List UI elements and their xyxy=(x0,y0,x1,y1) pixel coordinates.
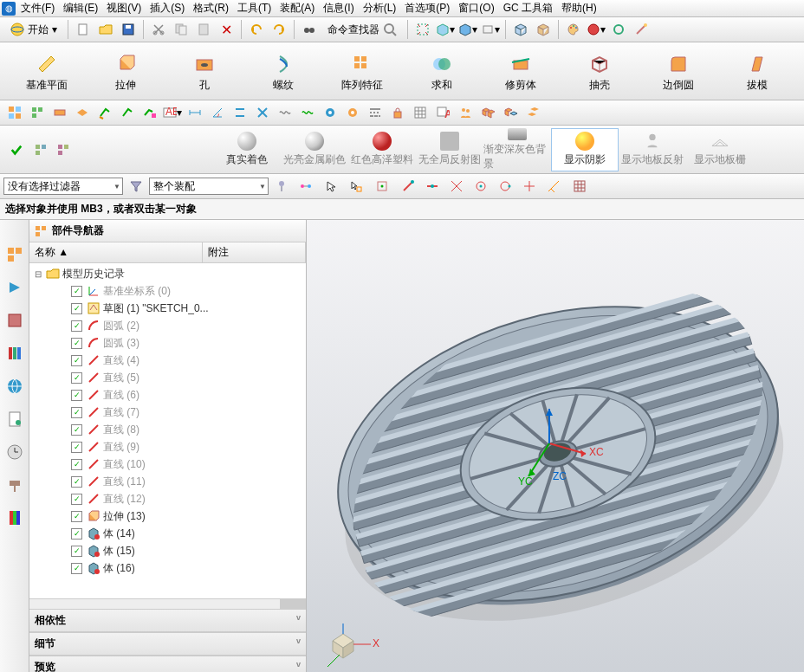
render-shadow[interactable]: 显示阴影 xyxy=(551,128,619,171)
green-check2-icon[interactable] xyxy=(117,102,138,123)
shell-button[interactable]: 抽壳 xyxy=(560,46,639,96)
view-front-icon[interactable] xyxy=(510,19,531,40)
cursor-box-icon[interactable] xyxy=(346,176,366,197)
snap-mid-icon[interactable] xyxy=(422,176,443,197)
binoculars-icon[interactable] xyxy=(299,19,320,40)
filter-green-check-icon[interactable] xyxy=(4,139,29,160)
line-style-icon[interactable] xyxy=(365,102,386,123)
filter-funnel-icon[interactable] xyxy=(126,176,146,197)
render-metal[interactable]: 光亮金属刷色 xyxy=(281,128,348,171)
snap-center-icon[interactable] xyxy=(470,176,491,197)
edge-blend-button[interactable]: 边倒圆 xyxy=(639,46,718,96)
render-floor-grid[interactable]: 显示地板栅 xyxy=(686,128,754,171)
thread-button[interactable]: 螺纹 xyxy=(244,46,323,96)
gear-orange-icon[interactable] xyxy=(342,102,363,123)
tree-item[interactable]: ✓直线 (6) xyxy=(29,386,306,404)
tree-item[interactable]: ✓直线 (4) xyxy=(29,352,306,369)
tree-item[interactable]: ✓直线 (5) xyxy=(29,369,306,386)
tree-item[interactable]: ✓体 (16) xyxy=(29,559,306,577)
visibility-icon[interactable] xyxy=(608,19,629,40)
spring2-icon[interactable] xyxy=(297,102,318,123)
boxes1-icon[interactable] xyxy=(477,102,498,123)
render-plastic[interactable]: 红色高泽塑料 xyxy=(348,128,416,171)
tree-item[interactable]: ✓直线 (12) xyxy=(29,490,306,507)
menu-assembly[interactable]: 装配(A) xyxy=(276,0,318,17)
rb-clock-icon[interactable] xyxy=(6,443,23,461)
tree-item[interactable]: ✓直线 (8) xyxy=(29,421,306,438)
undo-icon[interactable] xyxy=(246,19,267,40)
green-check-icon[interactable] xyxy=(94,102,115,123)
tree-item[interactable]: ✓草图 (1) "SKETCH_0... xyxy=(29,300,306,317)
rb-pin-icon[interactable] xyxy=(6,476,23,494)
tree-item[interactable]: ✓圆弧 (3) xyxy=(29,334,306,352)
palette-icon[interactable] xyxy=(563,19,584,40)
assembly4-icon[interactable] xyxy=(72,102,93,123)
redo-icon[interactable] xyxy=(269,19,289,40)
pattern-button[interactable]: 阵列特征 xyxy=(323,46,402,96)
render-noreflect[interactable]: 无全局反射图 xyxy=(416,128,483,171)
menu-gc[interactable]: GC 工具箱 xyxy=(500,0,556,17)
layer-icon[interactable]: ▾ xyxy=(480,19,501,40)
people-icon[interactable] xyxy=(455,102,476,123)
menu-format[interactable]: 格式(R) xyxy=(190,0,232,17)
grid-toggle-icon[interactable] xyxy=(569,176,590,197)
tree-item[interactable]: ✓体 (15) xyxy=(29,542,306,559)
unite-button[interactable]: 求和 xyxy=(402,46,481,96)
menu-tools[interactable]: 工具(T) xyxy=(234,0,275,17)
assembly2-icon[interactable] xyxy=(27,102,48,123)
section-preview[interactable]: 预览 xyxy=(29,656,306,672)
material-icon[interactable]: ▾ xyxy=(586,19,606,40)
assembly-scope-combo[interactable]: 整个装配 xyxy=(149,178,269,195)
col-name[interactable]: 名称 ▲ xyxy=(29,242,203,262)
section-detail[interactable]: 细节 xyxy=(29,632,306,656)
graphics-viewport[interactable]: XC YC ZC X xyxy=(307,220,804,672)
render-style-icon[interactable]: ▾ xyxy=(435,19,456,40)
new-icon[interactable] xyxy=(73,19,94,40)
boxes2-icon[interactable] xyxy=(500,102,521,123)
tree-item[interactable]: ✓直线 (10) xyxy=(29,456,306,473)
view-triad-icon[interactable]: X xyxy=(327,624,379,667)
abc-box-icon[interactable]: ABC▾ xyxy=(162,102,183,123)
gear-blue-icon[interactable] xyxy=(320,102,340,123)
menu-analyze[interactable]: 分析(L) xyxy=(360,0,400,17)
tree-item[interactable]: ✓直线 (11) xyxy=(29,473,306,490)
open-icon[interactable] xyxy=(95,19,116,40)
snap-perp-icon[interactable] xyxy=(543,176,564,197)
snap-box-icon[interactable] xyxy=(372,176,392,197)
rb-books-icon[interactable] xyxy=(6,345,23,362)
copy-icon[interactable] xyxy=(171,19,191,40)
menu-view[interactable]: 视图(V) xyxy=(103,0,145,17)
datum-plane-button[interactable]: 基准平面 xyxy=(7,46,86,96)
menu-help[interactable]: 帮助(H) xyxy=(558,0,600,17)
render-graybg[interactable]: 渐变深灰色背景 xyxy=(483,128,551,171)
grid-table-icon[interactable] xyxy=(410,102,431,123)
draft-button[interactable]: 拔模 xyxy=(718,46,797,96)
boxes3-icon[interactable] xyxy=(522,102,543,123)
fit-icon[interactable] xyxy=(412,19,433,40)
lock-icon[interactable] xyxy=(387,102,408,123)
spring1-icon[interactable] xyxy=(275,102,295,123)
menu-edit[interactable]: 编辑(E) xyxy=(60,0,101,17)
rb-history-icon[interactable] xyxy=(6,312,23,329)
rb-constraint-icon[interactable] xyxy=(6,279,23,296)
filter-boxes2-icon[interactable] xyxy=(53,139,74,160)
rb-sheet-icon[interactable] xyxy=(6,410,23,428)
nav-tree[interactable]: ⊟ 模型历史记录 ✓基准坐标系 (0)✓草图 (1) "SKETCH_0...✓… xyxy=(29,263,306,598)
constraint1-icon[interactable] xyxy=(230,102,250,123)
cursor-mode-icon[interactable] xyxy=(321,176,342,197)
assembly-nav-icon[interactable] xyxy=(4,102,25,123)
paste-icon[interactable] xyxy=(193,19,214,40)
wand-icon[interactable] xyxy=(631,19,652,40)
snap-intersect-icon[interactable] xyxy=(446,176,467,197)
tree-item[interactable]: ✓基准坐标系 (0) xyxy=(29,282,306,300)
cube-icon[interactable]: ▾ xyxy=(457,19,478,40)
connection-icon[interactable] xyxy=(295,176,316,197)
render-floor-reflect[interactable]: 显示地板反射 xyxy=(619,128,686,171)
col-note[interactable]: 附注 xyxy=(203,242,306,262)
menu-window[interactable]: 窗口(O) xyxy=(455,0,497,17)
constraint2-icon[interactable] xyxy=(252,102,273,123)
snap-end-icon[interactable] xyxy=(398,176,418,197)
filter-boxes1-icon[interactable] xyxy=(30,139,51,160)
assembly3-icon[interactable] xyxy=(49,102,70,123)
menu-insert[interactable]: 插入(S) xyxy=(146,0,188,17)
